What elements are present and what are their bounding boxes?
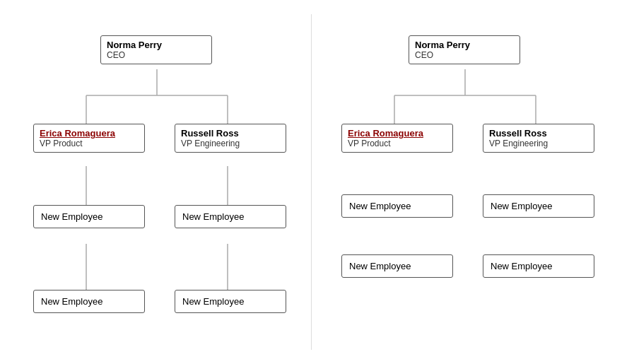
new-emp-r-l3-l1-name: New Employee <box>349 201 445 211</box>
new-emp-l3-right-name: New Employee <box>182 211 278 222</box>
russell-name-left: Russell Ross <box>181 128 280 139</box>
new-emp-r-l3-l2: New Employee <box>341 254 454 293</box>
russell-title-right: VP Engineering <box>489 139 588 148</box>
new-emp-l4-left-name: New Employee <box>41 296 137 307</box>
new-emp-r-l3-r2-name: New Employee <box>491 261 587 271</box>
left-org-chart: Norma Perry CEO Erica Romaguera VP Produ… <box>7 14 307 350</box>
root-node-right: Norma Perry CEO <box>409 35 522 71</box>
russell-name-right: Russell Ross <box>489 128 588 139</box>
new-emp-l4-left: New Employee <box>33 290 146 329</box>
root-title-right: CEO <box>415 50 514 60</box>
erica-node-left: Erica Romaguera VP Product <box>33 124 146 166</box>
left-chart-svg: Norma Perry CEO Erica Romaguera VP Produ… <box>23 21 291 343</box>
new-emp-r-l3-l2-name: New Employee <box>349 261 445 271</box>
new-emp-r-l3-l1: New Employee <box>341 194 454 233</box>
root-node: Norma Perry CEO <box>100 35 213 71</box>
root-name: Norma Perry <box>107 40 206 50</box>
right-chart-svg: Norma Perry CEO Erica Romaguera VP Produ… <box>331 21 599 343</box>
erica-title-left: VP Product <box>40 139 139 148</box>
right-org-chart: Norma Perry CEO Erica Romaguera VP Produ… <box>315 14 616 350</box>
new-emp-r-l3-r1: New Employee <box>483 194 596 233</box>
root-name-right: Norma Perry <box>415 40 514 50</box>
new-emp-r-l3-r2: New Employee <box>483 254 596 293</box>
erica-name-left: Erica Romaguera <box>40 128 139 139</box>
chart-divider <box>311 14 312 350</box>
new-emp-l3-right: New Employee <box>175 205 288 244</box>
new-emp-l4-right-name: New Employee <box>182 296 278 307</box>
new-emp-l3-left-name: New Employee <box>41 211 137 222</box>
erica-title-right: VP Product <box>348 139 447 148</box>
russell-title-left: VP Engineering <box>181 139 280 148</box>
erica-name-right: Erica Romaguera <box>348 128 447 139</box>
root-title: CEO <box>107 50 206 60</box>
russell-node-left: Russell Ross VP Engineering <box>175 124 288 166</box>
new-emp-l4-right: New Employee <box>175 290 288 329</box>
russell-node-right: Russell Ross VP Engineering <box>483 124 596 166</box>
new-emp-l3-left: New Employee <box>33 205 146 244</box>
new-emp-r-l3-r1-name: New Employee <box>491 201 587 211</box>
erica-node-right: Erica Romaguera VP Product <box>341 124 454 166</box>
